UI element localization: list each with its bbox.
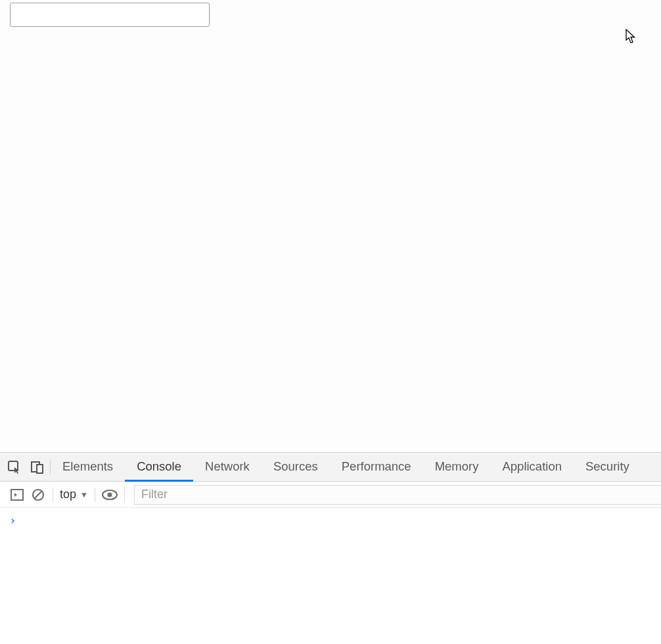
tab-network[interactable]: Network <box>193 453 262 482</box>
tab-elements[interactable]: Elements <box>51 453 125 482</box>
clear-console-icon[interactable] <box>28 488 49 501</box>
dropdown-triangle-icon: ▼ <box>80 490 88 499</box>
console-toolbar: top ▼ <box>0 482 661 508</box>
inspect-element-icon[interactable] <box>0 453 25 481</box>
divider <box>53 488 53 502</box>
svg-rect-2 <box>37 465 43 473</box>
divider <box>95 488 95 502</box>
tab-security[interactable]: Security <box>574 453 641 482</box>
page-content <box>0 0 661 452</box>
devtools-panel: Elements Console Network Sources Perform… <box>0 452 661 644</box>
mouse-cursor <box>626 29 637 45</box>
svg-point-7 <box>107 492 112 497</box>
tab-performance[interactable]: Performance <box>330 453 423 482</box>
console-output[interactable]: › <box>0 508 661 644</box>
device-toggle-icon[interactable] <box>25 453 50 481</box>
tab-sources[interactable]: Sources <box>262 453 330 482</box>
tab-memory[interactable]: Memory <box>423 453 491 482</box>
svg-line-5 <box>35 492 41 498</box>
context-label: top <box>60 488 76 501</box>
context-selector[interactable]: top ▼ <box>57 488 91 501</box>
tab-application[interactable]: Application <box>490 453 574 482</box>
toggle-sidebar-icon[interactable] <box>7 489 28 501</box>
console-filter-input[interactable] <box>134 485 661 505</box>
divider <box>124 488 125 502</box>
tab-console[interactable]: Console <box>125 453 193 482</box>
console-prompt-icon: › <box>9 513 16 527</box>
page-text-input[interactable] <box>10 3 210 27</box>
live-expression-icon[interactable] <box>99 489 120 501</box>
devtools-tabstrip: Elements Console Network Sources Perform… <box>0 453 661 482</box>
